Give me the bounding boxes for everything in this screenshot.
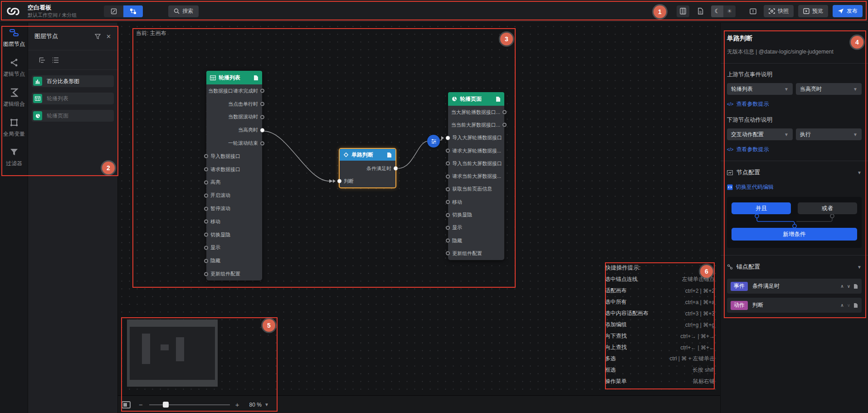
chevron-up-icon[interactable]: ∧ [840,284,844,289]
node-port-in[interactable]: 显示 [448,221,504,234]
node-carousel-list[interactable]: 轮播列表 当数据接口请求完成时当点击单行时当数据滚动时当高亮时一轮滚动结束导入数… [206,71,262,280]
zoom-slider[interactable] [149,404,230,405]
node-port-in[interactable]: 显示 [206,241,262,255]
or-button[interactable]: 或者 [798,202,857,214]
document-button[interactable] [694,5,707,17]
search-button[interactable]: 搜索 [168,5,199,17]
zoom-in-button[interactable]: + [235,401,239,408]
node-port-in[interactable]: 切换显隐 [206,228,262,241]
publish-button[interactable]: 发布 [833,5,863,17]
port-anchor[interactable] [204,272,208,276]
switch-to-code-link[interactable]: 切换至代码编辑 [727,183,862,191]
node-port-in[interactable]: 请求数据接口 [206,163,262,176]
port-anchor[interactable] [204,167,208,172]
chevron-down-icon[interactable]: ▼ [857,265,862,270]
node-port-in[interactable]: 移动 [448,196,504,208]
node-header[interactable]: 轮播页面 [448,92,504,106]
file-icon[interactable] [496,96,501,102]
blueprint-canvas[interactable]: 当前: 主画布 轮播列表 当数据接口请求完成时当点击单行时当数据滚动时当高亮时一… [118,23,720,413]
minimap-viewport[interactable] [127,320,218,387]
node-port-in[interactable]: 更新组件配置 [448,247,504,260]
wire-config-badge[interactable] [427,135,440,148]
port-anchor[interactable] [502,110,507,114]
blueprint-mode-button[interactable] [123,5,143,17]
view-params-link-2[interactable]: </> 查看参数提示 [727,146,862,153]
node-single-judgement[interactable]: 单路判断 条件满足时判断 [339,148,396,188]
chevron-down-icon[interactable]: ▼ [264,402,269,407]
node-port-in[interactable]: 获取当前页面信息 [448,183,504,196]
node-port-in[interactable]: 更新组件配置 [206,267,262,280]
anchor-config-section-header[interactable]: 锚点配置 ▼ [727,263,862,271]
rail-item-logic-node[interactable]: 逻辑节点 [0,53,28,83]
node-port-in[interactable]: 高亮 [206,176,262,189]
zoom-slider-handle[interactable] [163,402,169,408]
chevron-down-icon[interactable]: ▼ [857,170,862,175]
node-port-in[interactable]: 导入当前大屏数据接口 [448,157,504,170]
port-anchor[interactable] [260,102,264,106]
node-port-in[interactable]: 移动 [206,215,262,228]
port-anchor[interactable] [446,239,450,243]
add-condition-button[interactable]: 新增条件 [731,228,857,241]
port-anchor[interactable] [446,200,450,204]
rail-item-sigma[interactable]: 逻辑组合 [0,83,28,113]
zoom-out-button[interactable]: − [139,401,143,408]
upstream-node-select[interactable]: 轮播列表 ▼ [727,83,793,95]
node-carousel-page[interactable]: 轮播页面 当大屏轮播数据接口...当当前大屏数据接口...导入大屏轮播数据接口请… [448,92,504,260]
zoom-value[interactable]: 80 % [249,402,262,408]
node-port-out[interactable]: 条件满足时 [340,162,395,175]
chevron-up-icon[interactable]: ∧ [840,303,844,308]
port-anchor[interactable] [260,141,264,145]
port-anchor[interactable] [260,128,264,132]
upstream-event-select[interactable]: 当高亮时 ▼ [796,83,862,95]
port-anchor[interactable] [204,206,208,211]
port-anchor[interactable] [204,233,208,237]
view-params-link[interactable]: </> 查看参数提示 [727,100,862,108]
port-anchor[interactable] [204,193,208,197]
dark-theme-button[interactable]: ☾ [711,5,723,17]
node-port-in[interactable]: 隐藏 [206,254,262,267]
node-port-in[interactable]: 导入数据接口 [206,150,262,163]
preview-button[interactable]: 预览 [798,5,828,17]
node-header[interactable]: 轮播列表 [206,71,262,84]
anchor-row[interactable]: 动作 判断 ∧ ∨ [727,298,862,313]
downstream-action-select[interactable]: 执行 ▼ [796,128,862,140]
minimap-toggle-icon[interactable] [122,401,131,408]
port-anchor[interactable] [260,115,264,119]
node-config-section-header[interactable]: 节点配置 ▼ [727,168,862,177]
node-port-in[interactable]: 请求当前大屏数据接... [448,170,504,182]
wire-judge-to-page[interactable] [398,141,428,168]
funnel-icon[interactable] [95,34,101,39]
node-port-out[interactable]: 当当前大屏数据接口... [448,118,504,131]
node-port-out[interactable]: 当数据接口请求完成时 [206,84,262,98]
tree-view-icon[interactable] [39,57,46,63]
node-header[interactable]: 单路判断 [340,149,395,161]
node-port-in[interactable]: 判断 [340,175,395,187]
node-port-in[interactable]: 暂停滚动 [206,202,262,215]
port-anchor[interactable] [260,89,264,93]
node-port-in[interactable]: 导入大屏轮播数据接口 [448,132,504,144]
file-icon[interactable] [853,284,858,289]
port-anchor[interactable] [446,136,450,140]
layer-node-item[interactable]: 轮播列表 [32,93,114,104]
close-icon[interactable]: ✕ [106,33,111,40]
node-port-out[interactable]: 当点击单行时 [206,98,262,111]
layer-node-item[interactable]: 轮播页面 [32,110,114,122]
node-port-out[interactable]: 一轮滚动结束 [206,137,262,150]
page-edit-mode-button[interactable] [104,5,123,17]
port-anchor[interactable] [204,180,208,184]
node-port-out[interactable]: 当大屏轮播数据接口... [448,106,504,118]
port-anchor[interactable] [204,220,208,224]
port-anchor[interactable] [394,167,398,171]
node-port-out[interactable]: 当数据滚动时 [206,111,262,124]
snapshot-button[interactable]: 快照 [764,5,794,17]
port-anchor[interactable] [446,174,450,178]
port-anchor[interactable] [204,246,208,250]
file-icon[interactable] [254,75,258,81]
port-anchor[interactable] [446,226,450,230]
anchor-row[interactable]: 事件 条件满足时 ∧ ∨ [727,279,862,294]
downstream-action-type-select[interactable]: 交互动作配置 ▼ [727,128,793,140]
port-anchor[interactable] [446,251,450,256]
port-anchor[interactable] [337,179,341,183]
port-anchor[interactable] [446,213,450,217]
node-port-in[interactable]: 开启滚动 [206,189,262,202]
